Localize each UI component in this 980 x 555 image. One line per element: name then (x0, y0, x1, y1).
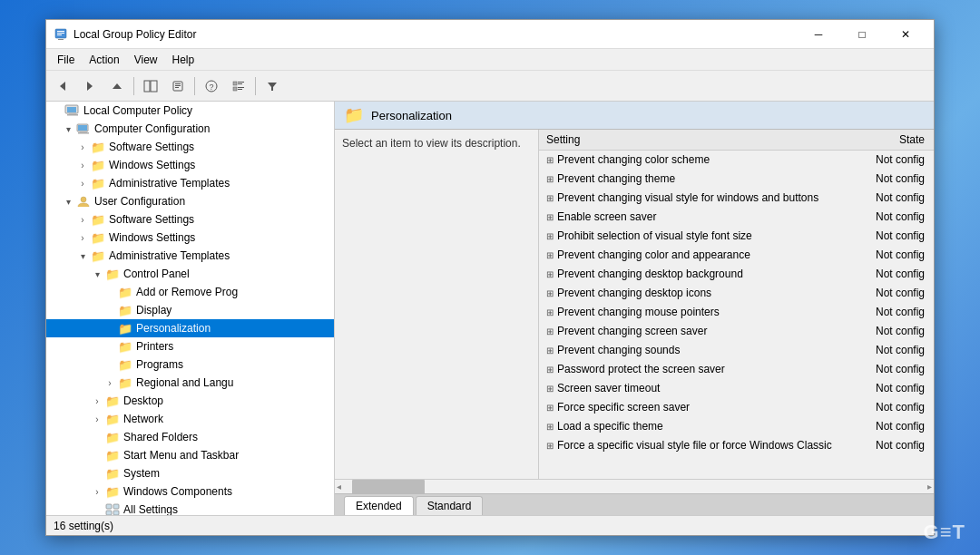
setting-name-cell-13: ⊞ Force specific screen saver (539, 398, 863, 417)
tree-win-settings-comp[interactable]: › 📁 Windows Settings (46, 156, 334, 174)
setting-icon-7: ⊞ (546, 288, 554, 298)
tree-programs[interactable]: 📁 Programs (46, 355, 334, 374)
status-bar: 16 setting(s) (46, 515, 934, 535)
minimize-button[interactable]: ─ (798, 22, 839, 47)
folder-icon-programs: 📁 (117, 357, 133, 372)
tree-desktop[interactable]: › 📁 Desktop (46, 392, 334, 410)
printers-label: Printers (136, 340, 173, 353)
menu-file[interactable]: File (50, 52, 82, 68)
settings-row-10[interactable]: ⊞ Prevent changing sounds Not config (539, 341, 934, 360)
win-user-expand: › (75, 233, 90, 243)
win-comp-label: Windows Components (123, 485, 232, 498)
setting-icon-5: ⊞ (546, 250, 554, 260)
tree-system[interactable]: 📁 System (46, 464, 334, 482)
svg-rect-20 (238, 87, 244, 88)
tree-network[interactable]: › 📁 Network (46, 410, 334, 428)
folder-icon-regional: 📁 (117, 375, 133, 390)
settings-row-1[interactable]: ⊞ Prevent changing theme Not config (539, 170, 934, 189)
col-setting-header: Setting (539, 130, 863, 151)
settings-scroll-left[interactable]: ◂ (335, 482, 343, 492)
tree-all-settings[interactable]: All Settings (46, 501, 334, 515)
tree-shared-folders[interactable]: 📁 Shared Folders (46, 428, 334, 446)
tree-panel[interactable]: Local Computer Policy ▾ Computer Configu… (46, 102, 335, 515)
tree-sw-settings-user[interactable]: › 📁 Software Settings (46, 210, 334, 229)
setting-name-cell-4: ⊞ Prohibit selection of visual style fon… (539, 227, 863, 246)
svg-rect-21 (238, 89, 242, 90)
settings-row-8[interactable]: ⊞ Prevent changing mouse pointers Not co… (539, 303, 934, 322)
setting-state-cell-14: Not config (863, 417, 934, 436)
settings-row-11[interactable]: ⊞ Password protect the screen saver Not … (539, 360, 934, 379)
view-button[interactable] (226, 74, 251, 98)
settings-scroll-thumb[interactable] (352, 480, 425, 494)
up-button[interactable] (104, 74, 130, 98)
menu-action[interactable]: Action (82, 52, 126, 68)
control-panel-expand: ▾ (90, 269, 104, 279)
settings-scroll-right[interactable]: ▸ (926, 482, 934, 492)
svg-rect-24 (67, 107, 76, 112)
svg-marker-5 (60, 82, 65, 91)
setting-name-cell-7: ⊞ Prevent changing desktop icons (539, 284, 863, 303)
display-label: Display (136, 304, 172, 316)
tree-printers[interactable]: 📁 Printers (46, 337, 334, 355)
properties-button[interactable] (165, 74, 191, 98)
tab-standard[interactable]: Standard (416, 496, 484, 515)
settings-pane[interactable]: Setting State ⊞ Prevent changing color s… (539, 130, 934, 479)
settings-row-0[interactable]: ⊞ Prevent changing color scheme Not conf… (539, 151, 934, 170)
menu-help[interactable]: Help (165, 52, 202, 68)
setting-icon-15: ⊞ (546, 441, 554, 451)
tree-sw-settings-comp[interactable]: › 📁 Software Settings (46, 138, 334, 156)
tree-control-panel[interactable]: ▾ 📁 Control Panel (46, 265, 334, 283)
svg-rect-13 (175, 87, 179, 88)
close-button[interactable]: ✕ (885, 22, 926, 47)
help-button[interactable]: ? (199, 74, 224, 98)
settings-row-9[interactable]: ⊞ Prevent changing screen saver Not conf… (539, 322, 934, 341)
show-hide-console-tree-button[interactable] (138, 74, 163, 98)
col-state-header: State (863, 130, 934, 151)
back-button[interactable] (50, 74, 75, 98)
settings-row-3[interactable]: ⊞ Enable screen saver Not config (539, 208, 934, 227)
tree-computer-config[interactable]: ▾ Computer Configuration (46, 120, 334, 138)
tree-regional[interactable]: › 📁 Regional and Langu (46, 374, 334, 392)
svg-text:?: ? (209, 83, 213, 92)
folder-icon-sw-user: 📁 (90, 212, 106, 227)
settings-row-13[interactable]: ⊞ Force specific screen saver Not config (539, 398, 934, 417)
settings-row-15[interactable]: ⊞ Force a specific visual style file or … (539, 436, 934, 455)
user-config-label: User Configuration (94, 195, 185, 208)
setting-state-cell-10: Not config (863, 341, 934, 360)
network-expand: › (90, 414, 104, 424)
filter-button[interactable] (260, 74, 285, 98)
settings-table: Setting State ⊞ Prevent changing color s… (539, 130, 934, 455)
setting-state-cell-12: Not config (863, 379, 934, 398)
admin-comp-expand: › (75, 179, 90, 189)
settings-row-6[interactable]: ⊞ Prevent changing desktop background No… (539, 265, 934, 284)
settings-row-5[interactable]: ⊞ Prevent changing color and appearance … (539, 246, 934, 265)
setting-name-12: Screen saver timeout (557, 382, 660, 394)
folder-icon-display: 📁 (117, 303, 133, 317)
tree-win-components[interactable]: › 📁 Windows Components (46, 482, 334, 501)
tree-personalization[interactable]: ★ 📁 Personalization (46, 319, 334, 337)
app-icon (54, 27, 68, 42)
regional-expand: › (103, 378, 117, 388)
tree-add-remove[interactable]: 📁 Add or Remove Prog (46, 283, 334, 301)
setting-name-1: Prevent changing theme (557, 172, 675, 185)
tab-extended[interactable]: Extended (344, 496, 414, 515)
right-header-folder-icon: 📁 (344, 105, 364, 125)
settings-row-14[interactable]: ⊞ Load a specific theme Not config (539, 417, 934, 436)
settings-horizontal-scrollbar[interactable]: ◂ ▸ (335, 479, 934, 493)
settings-row-4[interactable]: ⊞ Prohibit selection of visual style fon… (539, 227, 934, 246)
tree-display[interactable]: 📁 Display (46, 301, 334, 319)
folder-icon-win-user: 📁 (90, 230, 106, 245)
tree-admin-user[interactable]: ▾ 📁 Administrative Templates (46, 247, 334, 265)
settings-row-12[interactable]: ⊞ Screen saver timeout Not config (539, 379, 934, 398)
tree-start-menu[interactable]: 📁 Start Menu and Taskbar (46, 446, 334, 464)
tree-user-config[interactable]: ▾ User Configuration (46, 192, 334, 210)
maximize-button[interactable]: □ (841, 22, 883, 47)
tree-admin-comp[interactable]: › 📁 Administrative Templates (46, 174, 334, 192)
tree-win-settings-user[interactable]: › 📁 Windows Settings (46, 229, 334, 247)
window-controls: ─ □ ✕ (798, 22, 926, 47)
settings-row-7[interactable]: ⊞ Prevent changing desktop icons Not con… (539, 284, 934, 303)
forward-button[interactable] (77, 74, 103, 98)
tree-root[interactable]: Local Computer Policy (46, 102, 334, 120)
settings-row-2[interactable]: ⊞ Prevent changing visual style for wind… (539, 189, 934, 208)
menu-view[interactable]: View (127, 52, 165, 68)
